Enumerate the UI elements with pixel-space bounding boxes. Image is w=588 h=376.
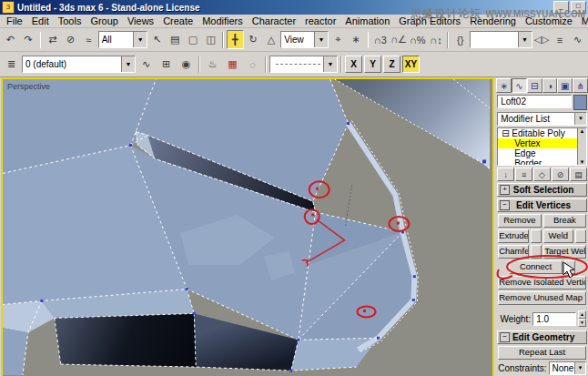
select-by-name-icon[interactable]: ▤ — [167, 30, 184, 49]
redo-icon[interactable]: ↷ — [20, 30, 37, 49]
stack-item-edge[interactable]: Edge — [498, 148, 577, 158]
track-view-icon[interactable]: ∿ — [137, 55, 156, 74]
tab-create[interactable]: ∗ — [496, 78, 512, 93]
extrude-settings-button[interactable] — [531, 229, 542, 243]
quick-render-icon[interactable]: ◌ — [243, 55, 262, 74]
rollout-edit-geometry[interactable]: − Edit Geometry — [497, 330, 587, 344]
menu-reactor[interactable]: reactor — [300, 15, 340, 27]
break-button[interactable]: Break — [543, 214, 586, 228]
chamfer-settings-button[interactable] — [531, 245, 542, 259]
snap-toggle-3d-icon[interactable]: ∩3 — [371, 30, 389, 49]
named-selection-sets-icon[interactable]: {} — [451, 30, 469, 49]
repeat-last-button[interactable]: Repeat Last — [498, 346, 586, 360]
menu-views[interactable]: Views — [123, 15, 158, 27]
named-sets-dropdown[interactable]: ▼ — [470, 31, 532, 48]
menu-group[interactable]: Group — [86, 15, 123, 27]
layer-dropdown[interactable]: 0 (default) ▼ — [22, 56, 136, 73]
bind-to-spacewarp-icon[interactable]: ≈ — [80, 30, 97, 49]
minimize-button[interactable]: _ — [553, 1, 569, 14]
weight-field[interactable]: 1.0 — [532, 312, 576, 326]
weld-button[interactable]: Weld — [543, 229, 573, 243]
menu-animation[interactable]: Animation — [340, 15, 394, 27]
chamfer-button[interactable]: Chamfer — [498, 245, 529, 259]
weld-settings-button[interactable] — [575, 229, 586, 243]
render-type-icon[interactable]: ▦ — [223, 55, 242, 74]
rollout-edit-vertices[interactable]: − Edit Vertices — [497, 198, 587, 212]
rect-selection-region-icon[interactable]: ▢ — [185, 30, 202, 49]
rollout-soft-selection[interactable]: + Soft Selection — [497, 183, 587, 197]
expand-icon[interactable]: + — [500, 185, 510, 195]
angle-snap-icon[interactable]: ∩∠ — [390, 30, 408, 49]
connect-button[interactable]: Connect — [509, 260, 563, 274]
spinner-up-icon[interactable]: ▲ — [578, 310, 586, 319]
menu-rendering[interactable]: Rendering — [465, 15, 521, 27]
pin-stack-icon[interactable]: ↓ — [497, 168, 514, 181]
render-preset-dropdown[interactable]: ▼ — [269, 56, 338, 73]
spinner-snap-icon[interactable]: ∩↕ — [428, 30, 445, 49]
configure-modifier-sets-icon[interactable]: ▤ — [570, 168, 587, 181]
render-scene-icon[interactable]: ♨ — [203, 55, 222, 74]
tab-modify[interactable]: ∿ — [512, 78, 527, 93]
window-crossing-icon[interactable]: ◫ — [202, 30, 219, 49]
select-and-scale-icon[interactable]: △ — [263, 30, 280, 49]
menu-file[interactable]: File — [2, 15, 27, 27]
chevron-down-icon[interactable]: ▼ — [518, 32, 532, 47]
select-and-link-icon[interactable]: ⇄ — [44, 30, 61, 49]
schematic-view-icon[interactable]: ⊞ — [157, 55, 176, 74]
menu-graph-editors[interactable]: Graph Editors — [394, 15, 465, 27]
reference-coord-dropdown[interactable]: View ▼ — [280, 31, 329, 48]
unlink-selection-icon[interactable]: ⊘ — [62, 30, 79, 49]
layer-manager-icon[interactable]: ≣ — [2, 55, 21, 74]
menu-tools[interactable]: Tools — [54, 15, 86, 27]
selection-filter-dropdown[interactable]: All ▼ — [98, 31, 147, 48]
stack-item-vertex[interactable]: Vertex — [498, 138, 577, 148]
tab-utilities[interactable]: ⋔ — [573, 78, 588, 93]
collapse-icon[interactable]: − — [500, 200, 510, 210]
chevron-down-icon[interactable]: ▼ — [574, 362, 585, 374]
use-pivot-center-icon[interactable]: ⌖ — [329, 30, 347, 49]
stack-scrollbar[interactable]: ▲ ▼ — [577, 128, 586, 165]
maximize-button[interactable]: □ — [571, 1, 586, 14]
chevron-down-icon[interactable]: ▼ — [133, 32, 147, 47]
perspective-viewport[interactable]: Perspective — [1, 77, 494, 376]
spinner-down-icon[interactable]: ▼ — [578, 319, 586, 327]
modifier-stack[interactable]: ⊟ Editable PolyVertexEdgeBorder ▲ ▼ — [497, 127, 587, 166]
undo-icon[interactable]: ↶ — [2, 30, 19, 49]
collapse-icon[interactable]: − — [500, 332, 510, 342]
viewport-canvas[interactable] — [3, 79, 490, 375]
make-unique-icon[interactable]: ◇ — [533, 168, 551, 181]
chevron-down-icon[interactable]: ▼ — [574, 113, 586, 125]
object-color-swatch[interactable] — [573, 95, 587, 110]
tab-motion[interactable]: ◑ — [542, 78, 558, 93]
menu-character[interactable]: Character — [248, 15, 300, 27]
material-editor-icon[interactable]: ◉ — [177, 55, 196, 74]
constraints-dropdown[interactable]: None ▼ — [549, 361, 586, 375]
target-weld-button[interactable]: Target Weld — [543, 245, 586, 259]
axis-constraint-y[interactable]: Y — [364, 56, 381, 73]
menu-edit[interactable]: Edit — [27, 15, 54, 27]
connect-settings-button[interactable] — [564, 260, 575, 274]
menu-customize[interactable]: Customize — [521, 15, 577, 27]
stack-item-editable-poly[interactable]: ⊟ Editable Poly — [498, 128, 577, 138]
chevron-down-icon[interactable]: ▼ — [323, 56, 337, 72]
modifier-list-dropdown[interactable]: Modifier List ▼ — [497, 112, 587, 126]
axis-constraint-xy[interactable]: XY — [402, 56, 420, 73]
scroll-down-icon[interactable]: ▼ — [580, 159, 585, 165]
select-and-manipulate-icon[interactable]: ∗ — [348, 30, 365, 49]
object-name-field[interactable]: Loft02 — [497, 95, 572, 108]
extrude-button[interactable]: Extrude — [498, 229, 528, 243]
remove-button[interactable]: Remove — [498, 214, 541, 228]
axis-constraint-x[interactable]: X — [345, 56, 362, 73]
chevron-down-icon[interactable]: ▼ — [121, 56, 135, 72]
remove-modifier-icon[interactable]: ⊘ — [552, 168, 569, 181]
menu-maxscript[interactable]: MAXScript — [577, 15, 588, 27]
percent-snap-icon[interactable]: ∩% — [409, 30, 427, 49]
align-icon[interactable]: ≡ — [551, 30, 568, 49]
menu-modifiers[interactable]: Modifiers — [198, 15, 248, 27]
chevron-down-icon[interactable]: ▼ — [314, 32, 328, 47]
select-and-move-icon[interactable]: ╋ — [227, 30, 244, 49]
mirror-icon[interactable]: ◁▷ — [533, 30, 551, 49]
menu-create[interactable]: Create — [158, 15, 198, 27]
tab-display[interactable]: ▣ — [557, 78, 573, 93]
weight-spinner[interactable]: ▲ ▼ — [578, 310, 586, 327]
